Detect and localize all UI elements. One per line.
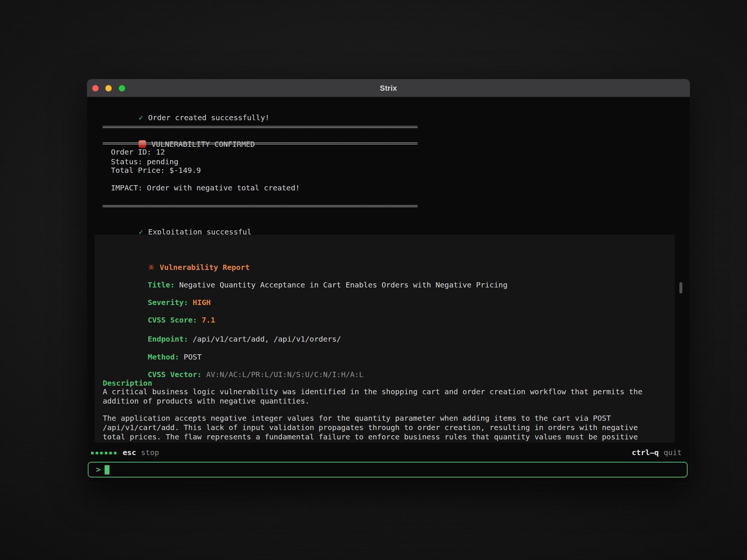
ctrl-q-key-hint: ctrl—q xyxy=(632,448,659,457)
separator: ════════════════════════════════════════… xyxy=(103,139,418,148)
field-label: CVSS Vector: xyxy=(148,370,202,379)
order-id-line: Order ID: 12 xyxy=(111,147,165,156)
prompt-symbol: > xyxy=(96,465,101,474)
description-paragraph: A critical business logic vulnerability … xyxy=(103,387,664,406)
stop-label: stop xyxy=(141,448,159,457)
vulnerability-report-panel: Vulnerability Report Title:Negative Quan… xyxy=(94,234,675,442)
impact-line: IMPACT: Order with negative total create… xyxy=(111,183,300,192)
strix-window: Strix ✓Order created successfully! ═════… xyxy=(87,79,690,483)
field-value: Negative Quantity Acceptance in Cart Ena… xyxy=(179,280,508,289)
status-bar-right: ctrl—q quit xyxy=(632,448,682,457)
total-price-line: Total Price: $-149.9 xyxy=(111,166,201,175)
status-bar: ▪▪▪▪▪▪ esc stop ctrl—q quit xyxy=(90,447,682,458)
window-titlebar[interactable]: Strix xyxy=(87,79,690,97)
command-input[interactable]: > xyxy=(88,462,688,477)
quit-label: quit xyxy=(664,448,682,457)
field-value: HIGH xyxy=(193,298,211,307)
status-bar-left: ▪▪▪▪▪▪ esc stop xyxy=(90,448,159,457)
description-paragraph: The application accepts negative integer… xyxy=(103,414,664,442)
field-label: Title: xyxy=(148,280,174,289)
window-title: Strix xyxy=(87,79,690,97)
progress-dots: ▪▪▪▪▪▪ xyxy=(90,448,118,457)
field-label: Method: xyxy=(148,352,179,361)
separator: ════════════════════════════════════════… xyxy=(103,202,418,211)
status-line: Status: pending xyxy=(111,157,179,166)
desktop-background: Strix ✓Order created successfully! ═════… xyxy=(0,0,747,560)
separator: ════════════════════════════════════════… xyxy=(103,122,418,131)
esc-key-hint: esc xyxy=(123,448,136,457)
report-heading-text: Vulnerability Report xyxy=(159,263,249,272)
field-value: POST xyxy=(184,352,202,361)
field-label: CVSS Score: xyxy=(148,315,197,324)
description-heading: Description xyxy=(103,379,152,388)
check-icon: ✓ xyxy=(139,113,143,122)
field-value: 7.1 xyxy=(202,315,215,324)
field-value: /api/v1/cart/add, /api/v1/orders/ xyxy=(193,335,341,343)
field-label: Endpoint: xyxy=(148,335,188,343)
field-label: Severity: xyxy=(148,298,188,307)
scrollbar-thumb[interactable] xyxy=(679,282,682,293)
field-value: AV:N/AC:L/PR:L/UI:N/S:U/C:N/I:H/A:L xyxy=(206,370,363,379)
spider-icon xyxy=(148,264,155,271)
order-created-text: Order created successfully! xyxy=(148,113,269,122)
terminal-content: ✓Order created successfully! ═══════════… xyxy=(87,97,690,483)
text-cursor xyxy=(105,465,109,475)
